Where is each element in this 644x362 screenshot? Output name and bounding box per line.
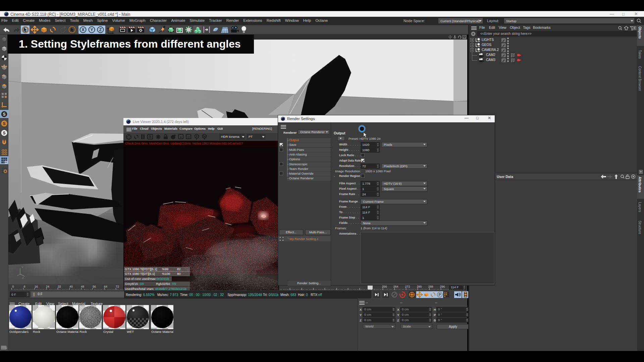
svg-text:M: M: [203, 135, 206, 138]
svg-text:S: S: [3, 121, 5, 126]
svg-text:F: F: [196, 135, 198, 138]
svg-text:S: S: [3, 131, 5, 135]
svg-text:Z: Z: [22, 277, 24, 280]
svg-text:Y: Y: [90, 27, 93, 32]
svg-text:P: P: [439, 293, 441, 297]
svg-text:X: X: [82, 27, 85, 32]
svg-text:Y: Y: [21, 266, 23, 269]
svg-text:S: S: [3, 112, 5, 117]
svg-text:Z: Z: [99, 27, 102, 32]
